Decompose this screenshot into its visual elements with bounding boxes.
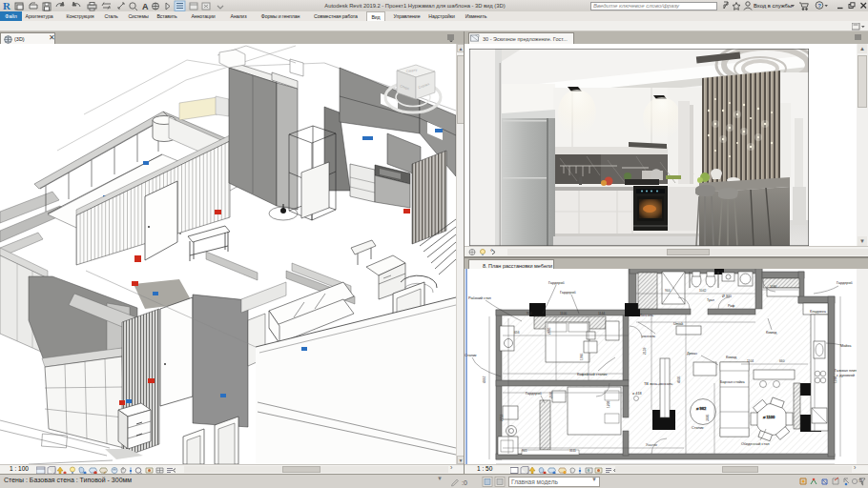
svg-text:Диван: Диван (687, 352, 697, 356)
svg-text:2666: 2666 (548, 327, 551, 335)
svg-text:1100: 1100 (560, 312, 567, 315)
svg-text:Столик: Столик (692, 426, 704, 430)
svg-text:Вход в службы: Вход в службы (754, 3, 792, 9)
svg-text:4036: 4036 (677, 376, 681, 383)
svg-text:Мойка: Мойка (840, 344, 852, 348)
svg-text:2713: 2713 (500, 414, 504, 421)
svg-text:3446: 3446 (706, 414, 710, 421)
svg-text:Umtak: Umtak (673, 322, 684, 326)
svg-text:Комод: Комод (766, 331, 777, 335)
svg-text:ø 418: ø 418 (632, 392, 642, 396)
svg-text:Ø 300: Ø 300 (722, 295, 732, 298)
svg-text:1042: 1042 (699, 289, 707, 293)
svg-text:R: R (3, 0, 11, 11)
svg-text:Участок: Участок (646, 443, 658, 447)
svg-text:ø 962: ø 962 (696, 406, 707, 411)
svg-text:Туал: Туал (707, 298, 714, 302)
svg-text:Газовая плита: Газовая плита (835, 369, 857, 373)
svg-text:2159: 2159 (643, 347, 647, 355)
svg-text:Гардероб: Гардероб (837, 281, 854, 285)
svg-text:с духовкой: с духовкой (837, 374, 855, 377)
svg-text:Гардероб: Гардероб (560, 291, 577, 295)
svg-text:1966: 1966 (580, 353, 584, 360)
svg-text:660: 660 (779, 359, 785, 363)
svg-text:Комод: Комод (726, 356, 737, 359)
svg-text:941: 941 (522, 449, 527, 453)
svg-text:1144: 1144 (598, 312, 605, 315)
svg-text::0: :0 (462, 479, 467, 486)
svg-text:Кофейный столик: Кофейный столик (577, 373, 608, 376)
svg-text:1208: 1208 (607, 400, 610, 408)
svg-text:954: 954 (527, 312, 532, 315)
svg-text:4467: 4467 (483, 376, 486, 383)
svg-text:Раф: Раф (728, 304, 734, 308)
svg-text:3111: 3111 (569, 449, 576, 453)
svg-text:Кладовка: Кладовка (810, 310, 827, 314)
svg-text:Гардероб: Гардероб (526, 392, 543, 396)
svg-text:ТВ зона+консоль: ТВ зона+консоль (644, 382, 672, 386)
svg-text:1104: 1104 (747, 359, 754, 363)
svg-text:1080: 1080 (770, 285, 777, 289)
svg-text:2666: 2666 (549, 391, 553, 398)
svg-text:Гардероб: Гардероб (548, 281, 566, 285)
svg-text:656: 656 (514, 331, 520, 335)
svg-text:Рабочий стол: Рабочий стол (468, 296, 491, 300)
svg-text:консоль: консоль (642, 335, 655, 338)
svg-text:944: 944 (665, 289, 671, 293)
svg-text:Консоль: Консоль (640, 314, 653, 317)
svg-text:Обеденный стол: Обеденный стол (741, 442, 769, 446)
svg-text:A: A (142, 2, 149, 11)
svg-text:?: ? (817, 3, 821, 9)
svg-text:Барная стойка: Барная стойка (720, 380, 746, 384)
svg-text:Столик: Столик (465, 354, 477, 357)
svg-text:ø 1100: ø 1100 (763, 415, 775, 419)
